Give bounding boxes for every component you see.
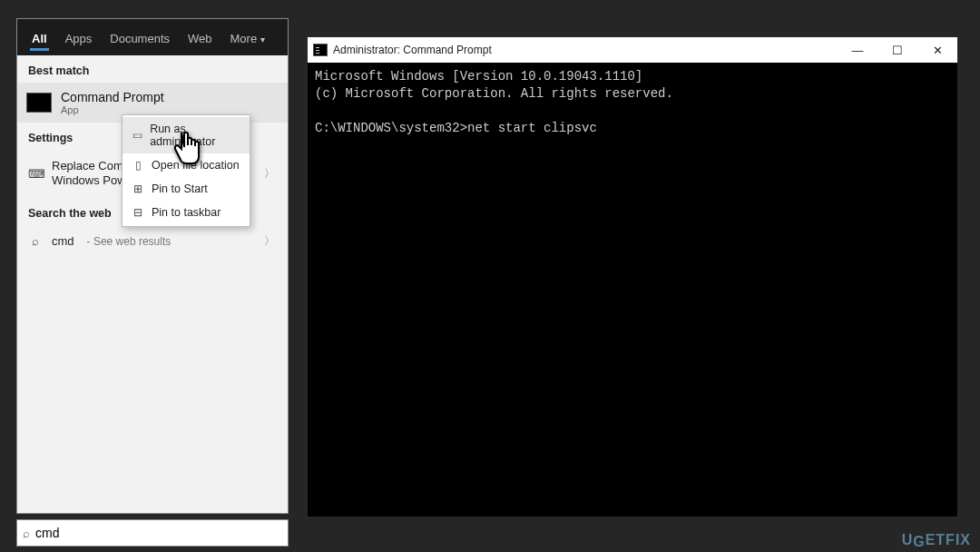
cmd-window-icon: [313, 44, 328, 56]
ctx-pin-to-start[interactable]: ⊞ Pin to Start: [122, 177, 250, 201]
maximize-button[interactable]: ☐: [877, 37, 917, 63]
chevron-right-icon: 〉: [264, 233, 275, 249]
titlebar[interactable]: Administrator: Command Prompt — ☐ ✕: [308, 37, 957, 63]
pin-icon: ⊟: [132, 206, 144, 219]
chevron-right-icon: 〉: [264, 166, 275, 182]
admin-shield-icon: ▭: [132, 129, 142, 142]
folder-icon: ▯: [132, 159, 144, 172]
ctx-pin-to-taskbar[interactable]: ⊟ Pin to taskbar: [122, 201, 250, 224]
minimize-button[interactable]: —: [838, 37, 877, 63]
command-prompt-window: Administrator: Command Prompt — ☐ ✕ Micr…: [307, 36, 958, 518]
best-match-title: Command Prompt: [61, 90, 164, 104]
tab-more[interactable]: More▾: [221, 23, 275, 53]
web-result-row[interactable]: ⌕ cmd - See web results 〉: [17, 225, 288, 258]
search-tabs: All Apps Documents Web More▾: [17, 19, 288, 55]
search-input[interactable]: [35, 526, 282, 540]
cursor-pointer-icon: [172, 129, 203, 168]
cmd-icon: [26, 93, 52, 113]
close-button[interactable]: ✕: [917, 37, 957, 63]
chevron-down-icon: ▾: [260, 34, 265, 44]
search-icon: ⌕: [28, 234, 43, 248]
start-search-panel: All Apps Documents Web More▾ Best match …: [16, 18, 289, 514]
best-match-text: Command Prompt App: [61, 90, 164, 115]
best-match-header: Best match: [17, 55, 288, 83]
window-title: Administrator: Command Prompt: [333, 44, 492, 56]
search-panel-blank: [17, 258, 288, 513]
tab-more-label: More: [230, 32, 258, 45]
window-buttons: — ☐ ✕: [838, 37, 957, 63]
tab-documents[interactable]: Documents: [101, 23, 179, 53]
web-query: cmd: [52, 234, 74, 249]
terminal-output[interactable]: Microsoft Windows [Version 10.0.19043.11…: [308, 63, 957, 517]
search-input-bar[interactable]: ⌕: [16, 519, 289, 547]
ctx-label: Pin to taskbar: [152, 206, 220, 219]
tab-web[interactable]: Web: [179, 23, 221, 53]
web-suffix: - See web results: [87, 235, 172, 248]
tab-apps[interactable]: Apps: [56, 23, 102, 53]
tab-all[interactable]: All: [23, 23, 56, 53]
ctx-label: Pin to Start: [152, 182, 208, 195]
pin-icon: ⊞: [132, 182, 144, 195]
settings-icon: ⌨: [28, 167, 43, 181]
watermark: UGETFIX: [902, 532, 971, 548]
search-icon: ⌕: [23, 527, 30, 540]
